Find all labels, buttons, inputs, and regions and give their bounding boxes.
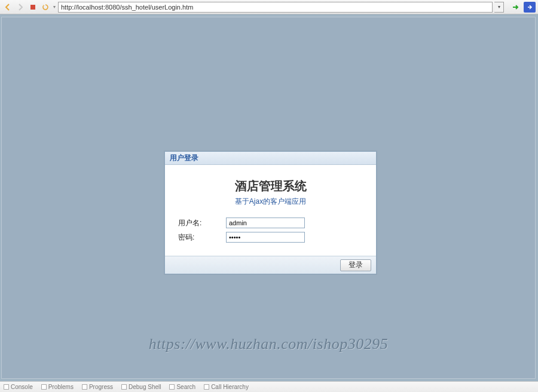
debug-label: Debug Shell: [129, 384, 161, 390]
console-icon: [4, 384, 9, 390]
problems-label: Problems: [48, 384, 74, 390]
hierarchy-label: Call Hierarchy: [211, 384, 249, 390]
progress-label: Progress: [89, 384, 113, 390]
url-dropdown-icon[interactable]: ▾: [494, 2, 504, 13]
search-label: Search: [176, 384, 195, 390]
system-subtitle: 基于Ajax的客户端应用: [178, 197, 363, 207]
browser-toolbar: ▾ ▾: [0, 0, 538, 14]
toolbar-separator: ▾: [53, 4, 56, 10]
back-icon[interactable]: [2, 2, 13, 13]
password-input[interactable]: [226, 232, 305, 243]
page-body: 用户登录 酒店管理系统 基于Ajax的客户端应用 用户名: 密码: 登录 htt…: [1, 17, 536, 379]
status-bar: Console Problems Progress Debug Shell Se…: [0, 381, 538, 392]
username-label: 用户名:: [178, 218, 226, 228]
tab-console[interactable]: Console: [4, 384, 33, 390]
tab-debug-shell[interactable]: Debug Shell: [121, 384, 161, 390]
watermark-text: https://www.huzhan.com/ishop30295: [2, 335, 535, 353]
tab-progress[interactable]: Progress: [82, 384, 113, 390]
console-label: Console: [11, 384, 33, 390]
progress-icon: [82, 384, 87, 390]
debug-icon: [121, 384, 127, 390]
login-button[interactable]: 登录: [340, 259, 371, 271]
search-icon: [169, 384, 175, 390]
tab-problems[interactable]: Problems: [41, 384, 74, 390]
svg-rect-0: [30, 5, 35, 10]
username-row: 用户名:: [178, 218, 363, 228]
tab-search[interactable]: Search: [169, 384, 195, 390]
refresh-icon[interactable]: [40, 2, 51, 13]
panel-title: 用户登录: [165, 152, 376, 165]
go-icon[interactable]: [509, 2, 521, 13]
password-label: 密码:: [178, 232, 226, 243]
system-title: 酒店管理系统: [178, 178, 363, 194]
panel-footer: 登录: [165, 256, 376, 274]
tab-call-hierarchy[interactable]: Call Hierarchy: [204, 384, 249, 390]
password-row: 密码:: [178, 232, 363, 243]
forward-icon[interactable]: [15, 2, 26, 13]
browser-viewport: 用户登录 酒店管理系统 基于Ajax的客户端应用 用户名: 密码: 登录 htt…: [0, 14, 538, 381]
panel-body: 酒店管理系统 基于Ajax的客户端应用 用户名: 密码:: [165, 165, 376, 256]
url-input[interactable]: [58, 2, 493, 13]
panel-title-text: 用户登录: [170, 153, 198, 163]
login-panel: 用户登录 酒店管理系统 基于Ajax的客户端应用 用户名: 密码: 登录: [164, 151, 377, 274]
exit-icon[interactable]: [524, 2, 536, 13]
username-input[interactable]: [226, 218, 305, 228]
hierarchy-icon: [204, 384, 209, 390]
stop-icon[interactable]: [27, 2, 38, 13]
problems-icon: [41, 384, 47, 390]
